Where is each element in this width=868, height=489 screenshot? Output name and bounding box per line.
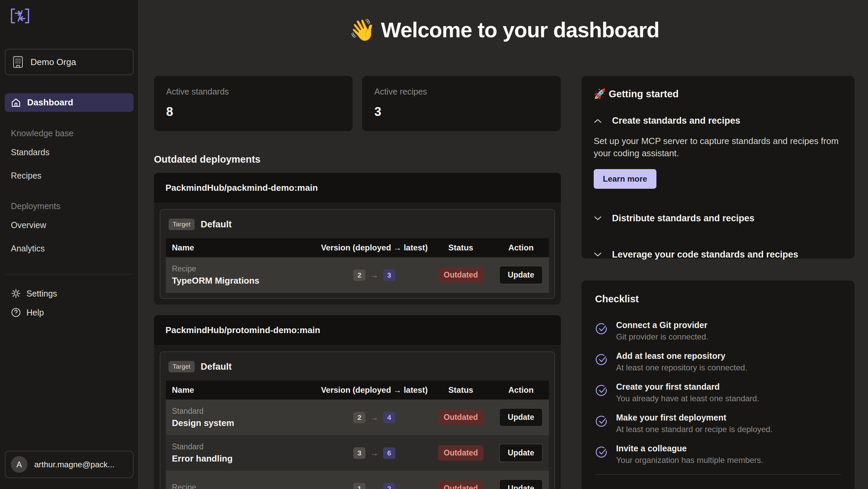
checklist-item-first-deployment: Make your first deployment At least one … xyxy=(595,413,841,434)
checklist-item-subtitle: At least one repository is connected. xyxy=(616,363,747,372)
getting-started-heading: 🚀 Getting started xyxy=(594,88,842,100)
org-selector[interactable]: Demo Orga xyxy=(5,49,134,75)
avatar: A xyxy=(11,456,27,473)
update-button[interactable]: Update xyxy=(499,266,543,284)
table-header-row: Name Version (deployed → latest) Status … xyxy=(166,381,549,400)
status-badge: Outdated xyxy=(438,445,484,461)
user-email: arthur.magne@pack... xyxy=(34,460,114,469)
sidebar-item-settings[interactable]: Settings xyxy=(5,284,134,303)
checklist-item-repository: Add at least one repository At least one… xyxy=(595,351,841,372)
table-row: Standard Error handling 3 → 6 Outdated xyxy=(166,435,549,471)
sidebar-item-analytics[interactable]: Analytics xyxy=(5,239,134,258)
deployed-version-badge: 2 xyxy=(353,269,366,281)
artifact-name: TypeORM Migrations xyxy=(172,276,314,286)
stat-label: Active standards xyxy=(166,87,340,97)
artifact-type: Standard xyxy=(172,442,314,451)
checklist-item-subtitle: At least one standard or recipe is deplo… xyxy=(616,425,773,434)
chevron-up-icon xyxy=(594,118,602,124)
settings-label: Settings xyxy=(26,289,57,299)
update-button[interactable]: Update xyxy=(499,408,543,427)
check-circle-icon xyxy=(595,382,608,403)
deployed-version-badge: 3 xyxy=(353,447,366,459)
checklist-item-title: Connect a Git provider xyxy=(616,320,708,330)
checklist-item-title: Add at least one repository xyxy=(616,351,747,361)
arrow-right-icon: → xyxy=(370,270,378,280)
col-header-status: Status xyxy=(429,238,493,257)
update-button[interactable]: Update xyxy=(499,479,543,489)
col-header-action: Action xyxy=(493,238,549,257)
stat-card-active-standards: Active standards 8 xyxy=(154,76,353,131)
accordion-title: Create standards and recipes xyxy=(612,116,740,126)
checklist-item-subtitle: Your organization has multiple members. xyxy=(616,455,763,465)
table-row: Recipe 1 → 2 Outdated Upda xyxy=(166,471,549,489)
repo-name: PackmindHub/protomind-demo:main xyxy=(154,315,561,346)
sidebar: Demo Orga Dashboard Knowledge base Stand… xyxy=(0,0,139,489)
checklist-item-subtitle: Git provider is connected. xyxy=(616,332,708,342)
status-badge: Outdated xyxy=(438,481,484,489)
accordion-create-standards[interactable]: Create standards and recipes xyxy=(594,116,842,126)
artifact-type: Recipe xyxy=(172,483,314,489)
help-circle-icon xyxy=(11,307,21,318)
main-content: 👋 Welcome to your dashboard Active stand… xyxy=(139,0,868,489)
page-title: 👋 Welcome to your dashboard xyxy=(154,18,854,42)
checklist-heading: Checklist xyxy=(595,293,841,305)
col-header-name: Name xyxy=(166,238,320,257)
sidebar-item-label: Dashboard xyxy=(27,97,73,108)
sidebar-item-overview[interactable]: Overview xyxy=(5,216,134,235)
deployments-table: Name Version (deployed → latest) Status … xyxy=(166,381,549,489)
deployed-version-badge: 2 xyxy=(353,412,366,423)
target-box: Target Default Name Version (deployed → … xyxy=(160,209,555,299)
col-header-version: Version (deployed → latest) xyxy=(320,381,429,400)
sidebar-item-dashboard[interactable]: Dashboard xyxy=(5,93,134,112)
accordion-distribute-standards[interactable]: Distribute standards and recipes xyxy=(594,213,842,224)
target-badge: Target xyxy=(169,361,195,372)
deployment-card-protomind-demo: PackmindHub/protomind-demo:main Target D… xyxy=(154,315,561,489)
check-circle-icon xyxy=(595,413,608,434)
repo-name: PackmindHub/packmind-demo:main xyxy=(154,173,561,203)
status-badge: Outdated xyxy=(438,267,484,283)
sidebar-item-help[interactable]: Help xyxy=(5,303,134,322)
update-button[interactable]: Update xyxy=(499,444,543,462)
artifact-type: Recipe xyxy=(172,264,314,273)
home-icon xyxy=(11,98,21,108)
accordion-title: Distribute standards and recipes xyxy=(612,213,754,224)
app-logo[interactable] xyxy=(5,5,134,26)
col-header-status: Status xyxy=(429,381,493,400)
status-badge: Outdated xyxy=(438,410,484,425)
sidebar-divider xyxy=(5,274,133,274)
table-row: Recipe TypeORM Migrations 2 → 3 Outdated xyxy=(166,257,549,293)
table-row: Standard Design system 2 → 4 Outdated xyxy=(166,400,549,435)
artifact-name: Design system xyxy=(172,418,314,428)
checklist-item-subtitle: You already have at least one standard. xyxy=(616,394,759,403)
sidebar-section-knowledge-base: Knowledge base xyxy=(5,128,134,138)
checklist-item-invite-colleague: Invite a colleague Your organization has… xyxy=(595,444,841,465)
chevron-down-icon xyxy=(594,216,602,221)
stat-value: 3 xyxy=(374,105,549,119)
arrow-right-icon: → xyxy=(370,413,378,422)
user-menu[interactable]: A arthur.magne@pack... xyxy=(5,451,134,478)
building-icon xyxy=(12,56,24,68)
latest-version-badge: 6 xyxy=(383,447,395,459)
sidebar-item-recipes[interactable]: Recipes xyxy=(5,166,134,185)
deployments-table: Name Version (deployed → latest) Status … xyxy=(166,238,549,293)
col-header-action: Action xyxy=(493,381,549,400)
artifact-name: Error handling xyxy=(172,453,314,464)
checklist-item-first-standard: Create your first standard You already h… xyxy=(595,382,841,403)
packmind-logo-icon xyxy=(9,7,129,24)
stat-label: Active recipes xyxy=(374,87,549,97)
gear-icon xyxy=(11,288,21,299)
checklist-panel: Checklist Connect a Git provider Git pro… xyxy=(581,281,854,489)
check-circle-icon xyxy=(595,444,608,465)
accordion-leverage-standards[interactable]: Leverage your code standards and recipes xyxy=(594,249,842,260)
col-header-name: Name xyxy=(166,381,320,400)
sidebar-section-deployments: Deployments xyxy=(5,201,134,211)
artifact-type: Standard xyxy=(172,407,314,416)
sidebar-item-standards[interactable]: Standards xyxy=(5,143,134,162)
target-name: Default xyxy=(201,362,232,372)
learn-more-button[interactable]: Learn more xyxy=(594,169,656,189)
deployment-card-packmind-demo: PackmindHub/packmind-demo:main Target De… xyxy=(154,173,561,305)
getting-started-panel: 🚀 Getting started Create standards and r… xyxy=(581,76,854,259)
deployed-version-badge: 1 xyxy=(353,483,366,489)
target-name: Default xyxy=(201,219,232,230)
arrow-right-icon: → xyxy=(370,448,378,458)
